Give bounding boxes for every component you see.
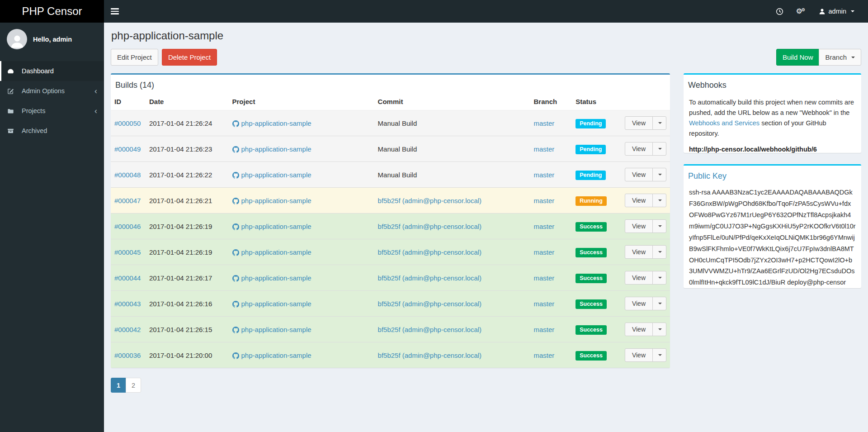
build-id-cell: #000045 xyxy=(111,239,146,265)
icon-dashboard xyxy=(7,68,18,75)
build-commit-cell: bf5b25f (admin@php-censor.local) xyxy=(374,342,530,368)
commit-label: Manual Build xyxy=(378,145,417,153)
view-dropdown-button[interactable] xyxy=(652,297,666,310)
sidebar-item-projects[interactable]: Projects‹ xyxy=(0,101,104,121)
page-button-2[interactable]: 2 xyxy=(126,378,141,393)
build-id-link[interactable]: #000036 xyxy=(114,351,141,359)
sidebar-item-admin-options[interactable]: Admin Options‹ xyxy=(0,81,104,101)
branch-link[interactable]: master xyxy=(533,326,554,333)
build-branch-cell: master xyxy=(530,162,572,188)
view-dropdown-button[interactable] xyxy=(652,245,666,259)
branch-link[interactable]: master xyxy=(533,223,554,230)
status-badge: Success xyxy=(576,274,607,284)
user-menu-button[interactable]: admin xyxy=(812,0,861,23)
branch-link[interactable]: master xyxy=(533,300,554,308)
project-link[interactable]: php-application-sample xyxy=(241,274,311,282)
sidebar-toggle-button[interactable] xyxy=(104,0,126,23)
build-id-link[interactable]: #000048 xyxy=(114,171,141,179)
view-button[interactable]: View xyxy=(625,271,653,285)
branch-link[interactable]: master xyxy=(533,351,554,359)
settings-button[interactable]: ⚙⚙ xyxy=(790,0,812,23)
branch-link[interactable]: master xyxy=(533,248,554,256)
sidebar-item-dashboard[interactable]: Dashboard xyxy=(0,61,104,81)
build-row: #0000362017-01-04 21:20:00php-applicatio… xyxy=(111,342,670,368)
view-button-group: View xyxy=(625,219,666,233)
commit-link[interactable]: bf5b25f (admin@php-censor.local) xyxy=(378,197,482,204)
build-date: 2017-01-04 21:26:15 xyxy=(146,317,229,342)
edit-project-button[interactable]: Edit Project xyxy=(111,49,158,66)
build-id-link[interactable]: #000044 xyxy=(114,274,141,282)
delete-project-button[interactable]: Delete Project xyxy=(162,49,217,66)
project-link[interactable]: php-application-sample xyxy=(241,119,311,127)
build-actions-cell: View xyxy=(621,239,670,265)
view-dropdown-button[interactable] xyxy=(652,142,666,156)
view-button[interactable]: View xyxy=(625,323,653,336)
project-link[interactable]: php-application-sample xyxy=(241,248,311,256)
branch-link[interactable]: master xyxy=(533,119,554,127)
commit-link[interactable]: bf5b25f (admin@php-censor.local) xyxy=(378,300,482,308)
commit-link[interactable]: bf5b25f (admin@php-censor.local) xyxy=(378,248,482,256)
project-link[interactable]: php-application-sample xyxy=(241,171,311,179)
build-timeline-button[interactable] xyxy=(769,0,790,23)
view-button[interactable]: View xyxy=(625,168,653,181)
project-link[interactable]: php-application-sample xyxy=(241,145,311,153)
build-branch-cell: master xyxy=(530,136,572,162)
build-id-link[interactable]: #000046 xyxy=(114,223,141,230)
project-link[interactable]: php-application-sample xyxy=(241,351,311,359)
page-button-1[interactable]: 1 xyxy=(111,378,126,393)
view-dropdown-button[interactable] xyxy=(652,323,666,336)
sidebar-item-archived[interactable]: Archived xyxy=(0,121,104,141)
project-link[interactable]: php-application-sample xyxy=(241,326,311,333)
build-row: #0000442017-01-04 21:26:17php-applicatio… xyxy=(111,265,670,291)
branch-dropdown-button[interactable]: Branch xyxy=(819,49,861,66)
github-icon xyxy=(232,249,239,256)
build-row: #0000472017-01-04 21:26:21php-applicatio… xyxy=(111,188,670,214)
view-dropdown-button[interactable] xyxy=(652,348,666,362)
branch-link[interactable]: master xyxy=(533,145,554,153)
column-header-actions xyxy=(621,95,670,110)
commit-link[interactable]: bf5b25f (admin@php-censor.local) xyxy=(378,274,482,282)
project-link[interactable]: php-application-sample xyxy=(241,197,311,204)
build-row: #0000462017-01-04 21:26:19php-applicatio… xyxy=(111,214,670,239)
build-id-link[interactable]: #000049 xyxy=(114,145,141,153)
view-dropdown-button[interactable] xyxy=(652,219,666,233)
commit-link[interactable]: bf5b25f (admin@php-censor.local) xyxy=(378,351,482,359)
project-link[interactable]: php-application-sample xyxy=(241,300,311,308)
view-button[interactable]: View xyxy=(625,348,653,362)
branch-link[interactable]: master xyxy=(533,197,554,204)
view-dropdown-button[interactable] xyxy=(652,116,666,130)
caret-down-icon xyxy=(658,174,662,176)
build-id-link[interactable]: #000045 xyxy=(114,248,141,256)
build-id-link[interactable]: #000050 xyxy=(114,119,141,127)
commit-link[interactable]: bf5b25f (admin@php-censor.local) xyxy=(378,223,482,230)
view-dropdown-button[interactable] xyxy=(652,168,666,181)
build-commit-cell: bf5b25f (admin@php-censor.local) xyxy=(374,317,530,342)
build-id-cell: #000043 xyxy=(111,291,146,317)
branch-link[interactable]: master xyxy=(533,274,554,282)
build-project-cell: php-application-sample xyxy=(229,291,374,317)
project-link[interactable]: php-application-sample xyxy=(241,223,311,230)
branch-link[interactable]: master xyxy=(533,171,554,179)
view-button[interactable]: View xyxy=(625,116,653,130)
webhooks-services-link[interactable]: Webhooks and Services xyxy=(689,119,760,127)
build-status-cell: Success xyxy=(572,265,621,291)
view-button[interactable]: View xyxy=(625,219,653,233)
view-dropdown-button[interactable] xyxy=(652,271,666,285)
brand-logo[interactable]: PHP Censor xyxy=(0,0,104,23)
public-key-value: ssh-rsa AAAAB3NzaC1yc2EAAAADAQABAAABAQDG… xyxy=(689,187,856,288)
view-dropdown-button[interactable] xyxy=(652,194,666,207)
build-project-cell: php-application-sample xyxy=(229,342,374,368)
view-button[interactable]: View xyxy=(625,142,653,156)
build-branch-cell: master xyxy=(530,188,572,214)
view-button[interactable]: View xyxy=(625,245,653,259)
view-button[interactable]: View xyxy=(625,194,653,207)
build-status-cell: Pending xyxy=(572,162,621,188)
build-id-link[interactable]: #000042 xyxy=(114,326,141,333)
build-id-cell: #000050 xyxy=(111,110,146,136)
commit-link[interactable]: bf5b25f (admin@php-censor.local) xyxy=(378,326,482,333)
build-now-button[interactable]: Build Now xyxy=(776,49,820,66)
view-button[interactable]: View xyxy=(625,297,653,310)
user-icon xyxy=(819,8,826,15)
build-id-link[interactable]: #000043 xyxy=(114,300,141,308)
build-id-link[interactable]: #000047 xyxy=(114,197,141,204)
